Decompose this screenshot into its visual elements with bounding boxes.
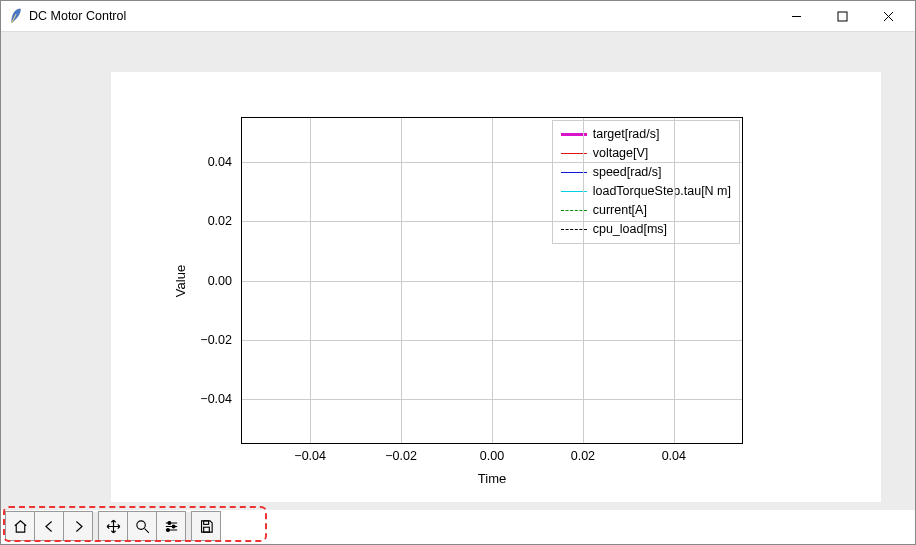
svg-rect-1 [838, 12, 847, 21]
legend-entry: cpu_load[ms] [561, 220, 731, 239]
legend-entry: current[A] [561, 201, 731, 220]
forward-button[interactable] [63, 511, 93, 541]
window-title: DC Motor Control [29, 9, 126, 23]
y-tick-label: 0.04 [208, 155, 232, 169]
y-axis-label: Value [173, 264, 188, 296]
zoom-button[interactable] [127, 511, 157, 541]
pan-button[interactable] [98, 511, 128, 541]
svg-point-7 [166, 528, 169, 531]
legend-label: voltage[V] [593, 144, 649, 163]
app-window: DC Motor Control Time Value target[rad/s… [0, 0, 916, 545]
y-tick-label: 0.00 [208, 274, 232, 288]
minimize-button[interactable] [773, 1, 819, 31]
x-tick-label: 0.02 [571, 449, 595, 463]
plot-axes[interactable]: Time Value target[rad/s]voltage[V]speed[… [241, 117, 743, 444]
home-button[interactable] [5, 511, 35, 541]
svg-point-4 [136, 520, 145, 529]
configure-button[interactable] [156, 511, 186, 541]
close-button[interactable] [865, 1, 911, 31]
y-tick-label: 0.02 [208, 214, 232, 228]
titlebar: DC Motor Control [1, 1, 915, 32]
y-tick-label: −0.04 [200, 392, 232, 406]
legend-entry: voltage[V] [561, 144, 731, 163]
x-axis-label: Time [478, 471, 506, 486]
legend-label: current[A] [593, 201, 647, 220]
legend-entry: loadTorqueStep.tau[N m] [561, 182, 731, 201]
svg-point-6 [172, 525, 175, 528]
titlebar-left: DC Motor Control [9, 7, 126, 25]
legend[interactable]: target[rad/s]voltage[V]speed[rad/s]loadT… [552, 120, 740, 244]
svg-point-5 [167, 521, 170, 524]
legend-label: loadTorqueStep.tau[N m] [593, 182, 731, 201]
back-button[interactable] [34, 511, 64, 541]
svg-rect-9 [203, 527, 209, 532]
legend-entry: target[rad/s] [561, 125, 731, 144]
window-controls [773, 1, 911, 31]
legend-entry: speed[rad/s] [561, 163, 731, 182]
legend-label: cpu_load[ms] [593, 220, 667, 239]
maximize-button[interactable] [819, 1, 865, 31]
x-tick-label: 0.04 [662, 449, 686, 463]
svg-rect-8 [203, 520, 208, 524]
nav-toolbar [5, 512, 220, 540]
legend-label: speed[rad/s] [593, 163, 662, 182]
x-tick-label: −0.02 [385, 449, 417, 463]
x-tick-label: −0.04 [294, 449, 326, 463]
legend-label: target[rad/s] [593, 125, 660, 144]
y-tick-label: −0.02 [200, 333, 232, 347]
window-body: Time Value target[rad/s]voltage[V]speed[… [1, 32, 915, 510]
x-tick-label: 0.00 [480, 449, 504, 463]
save-button[interactable] [191, 511, 221, 541]
app-icon [9, 7, 23, 25]
figure-canvas: Time Value target[rad/s]voltage[V]speed[… [111, 72, 881, 502]
